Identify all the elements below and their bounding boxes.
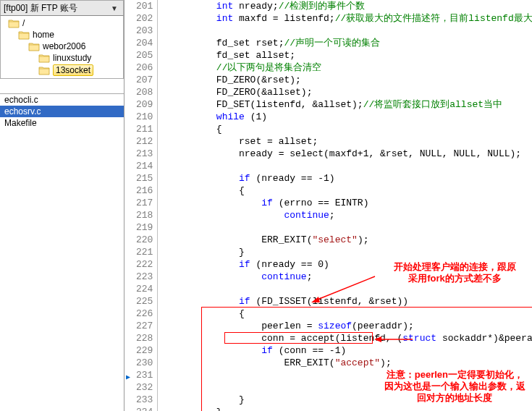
code-line[interactable]: if (errno == EINTR) [171,197,532,209]
tree-item-label: 13socket [53,64,93,76]
tree-item-label: webor2006 [43,41,85,51]
code-line[interactable]: continue; [171,209,532,221]
code-line[interactable] [171,160,532,172]
line-number: 209 [136,98,153,111]
tree-item[interactable]: home [1,29,123,41]
tree-item[interactable]: linuxstudy [1,52,123,64]
code-line[interactable]: if (conn == -1) [171,344,532,357]
tree-item[interactable]: / [1,17,123,29]
code-line[interactable]: { [171,185,532,197]
line-number: 219 [136,221,153,234]
line-number: 217 [136,197,153,209]
code-line[interactable]: { [171,123,532,135]
dropdown-icon[interactable]: ▼ [109,4,120,12]
code-line[interactable]: continue; [171,271,532,283]
folder-icon [28,41,40,51]
tree-item-label: linuxstudy [53,53,91,63]
code-line[interactable]: fd_set allset; [171,49,532,62]
line-number: 223 [136,271,153,283]
code-line[interactable]: peerlen = sizeof(peeraddr); [171,320,532,332]
code-line[interactable]: } [171,394,532,406]
ftp-account-label: [ftp00] 新 FTP 账号 [4,2,77,14]
tree-item-label: home [33,30,54,40]
line-number: 215 [136,172,153,185]
line-number: 211 [136,123,153,135]
line-gutter: 2012022032042052062072082092102112122132… [124,0,158,411]
code-line[interactable]: rset = allset; [171,135,532,148]
line-number: 225 [136,295,153,308]
code-line[interactable] [171,283,532,295]
line-number: 210 [136,111,153,123]
code-line[interactable] [171,25,532,37]
code-editor[interactable]: 2012022032042052062072082092102112122132… [124,0,532,411]
code-line[interactable]: if (nready == -1) [171,172,532,185]
code-line[interactable]: FD_ZERO(&rset); [171,74,532,86]
line-number: 231 [136,369,153,381]
line-number: 206 [136,62,153,74]
code-line[interactable]: while (1) [171,111,532,123]
code-line[interactable]: FD_ZERO(&allset); [171,86,532,98]
line-number: 226 [136,308,153,320]
code-line[interactable]: ERR_EXIT("select"); [171,234,532,246]
line-number: 234 [136,406,153,411]
code-line[interactable]: if (FD_ISSET(listenfd, &rset)) [171,295,532,308]
file-item[interactable]: echocli.c [0,94,124,106]
code-line[interactable]: int maxfd = listenfd;//获取最大的文件描述符，目前list… [171,12,532,25]
line-number: 214 [136,160,153,172]
line-number: 224 [136,283,153,295]
line-number: 204 [136,37,153,49]
line-number: 218 [136,209,153,221]
line-number: 207 [136,74,153,86]
line-number: 202 [136,12,153,25]
line-number: 229 [136,344,153,357]
line-number: 203 [136,25,153,37]
folder-icon [38,53,50,63]
code-line[interactable]: fd_set rset;//声明一个可读的集合 [171,37,532,49]
code-line[interactable]: nready = select(maxfd+1, &rset, NULL, NU… [171,148,532,160]
tree-item[interactable]: webor2006 [1,41,123,52]
sidebar: [ftp00] 新 FTP 账号 ▼ /homewebor2006linuxst… [0,0,124,411]
code-line[interactable]: conn = accept(listenfd, (struct sockaddr… [171,332,532,344]
line-number: 222 [136,258,153,271]
code-line[interactable]: ERR_EXIT("accept"); [171,357,532,369]
ftp-account-header[interactable]: [ftp00] 新 FTP 账号 ▼ [0,0,124,16]
code-line[interactable]: FD_SET(listenfd, &allset);//将监听套接口放到alls… [171,98,532,111]
file-item[interactable]: Makefile [0,117,124,129]
line-number: 208 [136,86,153,98]
code-line[interactable]: //以下两句是将集合清空 [171,62,532,74]
code-line[interactable] [171,369,532,381]
line-number: 232 [136,381,153,394]
line-number: 227 [136,320,153,332]
code-line[interactable]: } [171,246,532,258]
line-number: 228 [136,332,153,344]
tree-item[interactable]: 13socket [1,64,123,77]
line-number: 205 [136,49,153,62]
line-number: 220 [136,234,153,246]
file-item[interactable]: echosrv.c [0,106,124,117]
folder-icon [18,30,30,40]
code-line[interactable]: int nready;//检测到的事件个数 [171,0,532,12]
code-line[interactable]: { [171,308,532,320]
line-number: 216 [136,185,153,197]
line-number: 212 [136,135,153,148]
tree-item-label: / [22,18,25,28]
code-line[interactable] [171,221,532,234]
file-list: echocli.cechosrv.cMakefile [0,93,124,411]
folder-tree: /homewebor2006linuxstudy13socket [0,16,124,79]
code-area[interactable]: int nready;//检测到的事件个数 int maxfd = listen… [158,0,532,411]
folder-icon [38,65,50,75]
breakpoint-arrow-icon: ▶ [126,371,130,384]
line-number: 221 [136,246,153,258]
line-number: 230 [136,357,153,369]
code-line[interactable]: if (nready == 0) [171,258,532,271]
line-number: 201 [136,0,153,12]
folder-icon [8,18,20,28]
line-number: 213 [136,148,153,160]
code-line[interactable]: } [171,406,532,411]
line-number: 233 [136,394,153,406]
code-line[interactable] [171,381,532,394]
